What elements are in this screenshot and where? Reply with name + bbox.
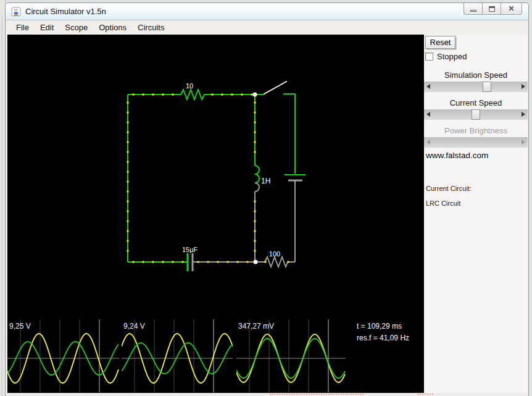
current-dot <box>133 94 135 96</box>
slider-left-arrow-icon[interactable] <box>424 82 434 92</box>
current-dot <box>254 230 256 232</box>
menu-file[interactable]: File <box>10 21 35 34</box>
current-dot <box>143 94 144 96</box>
current-dot <box>254 250 256 252</box>
menu-circuits[interactable]: Circuits <box>132 21 170 34</box>
current-speed-slider[interactable] <box>424 109 528 120</box>
current-dot <box>197 261 199 263</box>
current-speed-label: Current Speed <box>424 98 528 107</box>
minimize-icon <box>470 10 476 12</box>
current-dot <box>254 201 256 203</box>
capacitor-label: 15µF <box>182 246 198 253</box>
menu-scope[interactable]: Scope <box>59 21 93 34</box>
minimize-button[interactable] <box>463 3 483 15</box>
current-dot <box>127 151 129 153</box>
current-dot <box>127 250 129 252</box>
close-icon: ✕ <box>508 5 514 12</box>
current-dot <box>254 151 256 153</box>
menu-bar: File Edit Scope Options Circuits <box>6 20 528 35</box>
current-dot <box>127 161 129 163</box>
switch-lever[interactable] <box>264 82 286 94</box>
scope-1-voltage-label: 9,25 V <box>9 322 31 331</box>
capture-artifact <box>417 394 433 395</box>
current-dot <box>127 230 129 232</box>
current-dot <box>172 94 174 96</box>
resistor-10-symbol[interactable] <box>181 90 204 99</box>
wire <box>288 180 295 262</box>
inductor-label: 1H <box>261 177 270 185</box>
menu-edit[interactable]: Edit <box>35 21 59 34</box>
power-brightness-label: Power Brightness <box>424 126 528 135</box>
stopped-row: Stopped <box>425 52 467 61</box>
maximize-icon <box>489 6 495 12</box>
oscilloscope-pane-3[interactable]: 347,27 mV <box>236 319 346 392</box>
oscilloscope-pane-1[interactable]: 9,25 V <box>7 319 119 392</box>
current-dot <box>254 141 256 143</box>
current-dot <box>152 94 154 96</box>
current-dot <box>152 261 154 263</box>
resistor-10-label: 10 <box>186 82 193 90</box>
window-controls: ✕ <box>464 3 522 15</box>
junction-post[interactable] <box>254 260 258 264</box>
current-dot <box>182 261 184 263</box>
wire <box>283 94 295 174</box>
resonant-frequency-readout: res.f = 41,09 Hz <box>357 334 409 342</box>
slider-right-arrow-icon[interactable] <box>518 82 528 92</box>
slider-right-arrow-icon <box>518 137 528 148</box>
current-dot <box>133 261 135 263</box>
junction-post[interactable] <box>253 93 257 97</box>
inductor-symbol-top[interactable] <box>255 166 259 183</box>
slider-thumb[interactable] <box>472 109 480 120</box>
current-dot <box>127 191 129 193</box>
current-dot <box>127 171 129 173</box>
maximize-button[interactable] <box>482 3 501 15</box>
current-circuit-label: Current Circuit: <box>426 185 472 192</box>
current-dot <box>254 211 256 213</box>
current-dot <box>127 141 129 143</box>
current-dot <box>217 261 219 263</box>
slider-right-arrow-icon[interactable] <box>518 109 528 120</box>
current-dot <box>254 112 256 114</box>
circuit-canvas[interactable]: 10 1H 15µF 100 9,25 V 9,24 V 347,27 mV t… <box>7 35 424 393</box>
close-button[interactable]: ✕ <box>501 3 522 15</box>
slider-left-arrow-icon <box>424 137 434 148</box>
oscilloscope-pane-2[interactable]: 9,24 V <box>122 319 233 392</box>
wires-neutral <box>193 180 302 271</box>
simulation-speed-slider[interactable] <box>424 82 528 92</box>
stopped-checkbox[interactable] <box>425 53 433 61</box>
current-dot <box>247 261 249 263</box>
current-circuit-name: LRC Circuit <box>426 200 460 207</box>
title-bar[interactable]: Circuit Simulator v1.5n ✕ <box>6 3 528 20</box>
current-dot <box>127 221 129 222</box>
current-dot <box>212 94 214 96</box>
resistor-100-symbol[interactable] <box>265 257 288 267</box>
current-dot <box>254 240 256 242</box>
current-dot <box>254 132 256 133</box>
slider-left-arrow-icon[interactable] <box>424 109 434 120</box>
menu-options[interactable]: Options <box>93 21 132 34</box>
current-dot <box>172 261 174 263</box>
wires-positive <box>128 90 305 271</box>
current-dot <box>127 201 129 203</box>
control-panel: Reset Stopped Simulation Speed Current S… <box>424 35 528 393</box>
slider-thumb[interactable] <box>483 82 491 92</box>
current-dot <box>127 132 129 133</box>
current-dot <box>231 94 233 96</box>
current-dot <box>222 94 223 96</box>
current-dot <box>127 122 129 124</box>
inductor-symbol-bottom[interactable] <box>255 183 259 192</box>
current-dot <box>254 122 256 124</box>
stopped-checkbox-label: Stopped <box>437 52 467 61</box>
current-dot <box>162 261 164 263</box>
current-dot <box>254 221 256 222</box>
scope-2-voltage-label: 9,24 V <box>123 322 145 331</box>
current-dot <box>127 181 129 183</box>
reset-button[interactable]: Reset <box>425 36 455 49</box>
simulation-readout: t = 109,29 msres.f = 41,09 Hz <box>357 321 409 344</box>
current-dot <box>127 240 129 242</box>
website-link[interactable]: www.falstad.com <box>426 151 488 160</box>
current-dot <box>162 94 164 96</box>
current-dot <box>143 261 144 263</box>
java-app-icon <box>11 7 21 17</box>
power-brightness-slider <box>424 137 528 148</box>
